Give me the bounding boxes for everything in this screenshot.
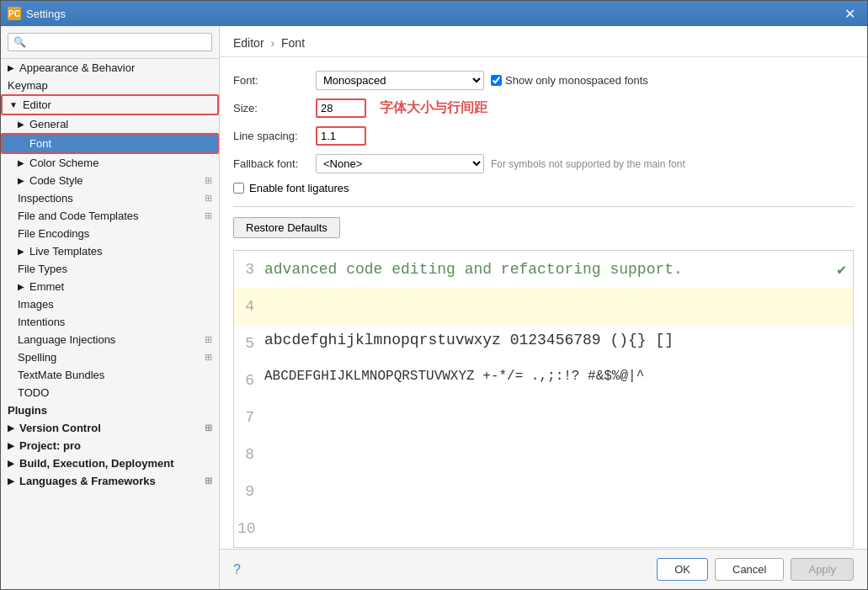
sidebar: ▶ Appearance & Behavior Keymap ▼ Editor … bbox=[1, 26, 220, 589]
fallback-select[interactable]: <None> bbox=[316, 154, 484, 173]
line-number: 10 bbox=[234, 520, 266, 537]
title-bar-left: PC Settings bbox=[8, 7, 66, 20]
expand-arrow: ▶ bbox=[18, 282, 24, 291]
window-title: Settings bbox=[26, 8, 66, 20]
preview-line-7: 7 bbox=[234, 399, 853, 436]
sidebar-item-label: Live Templates bbox=[29, 245, 102, 258]
sidebar-item-label: Version Control bbox=[19, 422, 101, 434]
ligatures-label: Enable font ligatures bbox=[249, 182, 349, 194]
sidebar-item-font[interactable]: Font bbox=[1, 133, 219, 154]
sidebar-item-label: Inspections bbox=[18, 192, 73, 205]
sidebar-item-label: Plugins bbox=[8, 404, 47, 417]
sidebar-item-spelling[interactable]: Spelling ⊞ bbox=[1, 348, 219, 366]
expand-arrow: ▶ bbox=[18, 176, 24, 185]
help-icon[interactable]: ? bbox=[233, 562, 241, 577]
preview-area: 3 advanced code editing and refactoring … bbox=[233, 250, 854, 548]
preview-line-5: 5 abcdefghijklmnopqrstuvwxyz 0123456789 … bbox=[234, 325, 853, 362]
size-row: Size: 字体大小与行间距 bbox=[233, 98, 854, 118]
breadcrumb-sep: › bbox=[270, 36, 274, 50]
line-number: 8 bbox=[234, 446, 264, 463]
sidebar-item-plugins[interactable]: Plugins bbox=[1, 401, 219, 419]
expand-arrow: ▶ bbox=[8, 63, 14, 72]
sidebar-item-label: Editor bbox=[23, 98, 51, 111]
preview-line-9: 9 bbox=[234, 473, 853, 510]
line-content: advanced code editing and refactoring su… bbox=[264, 254, 683, 284]
sidebar-item-general[interactable]: ▶ General bbox=[1, 115, 219, 133]
line-number: 7 bbox=[234, 409, 264, 426]
settings-icon: ⊞ bbox=[205, 175, 212, 186]
fallback-font-row: Fallback font: <None> For symbols not su… bbox=[233, 154, 854, 173]
sidebar-item-label: File Types bbox=[18, 263, 67, 275]
line-number: 4 bbox=[234, 298, 264, 315]
line-number: 5 bbox=[234, 335, 264, 352]
sidebar-item-images[interactable]: Images bbox=[1, 295, 219, 313]
line-number: 3 bbox=[234, 261, 264, 278]
expand-arrow: ▶ bbox=[18, 158, 24, 167]
sidebar-item-intentions[interactable]: Intentions bbox=[1, 313, 219, 331]
line-spacing-input[interactable] bbox=[316, 126, 366, 146]
sidebar-item-label: TextMate Bundles bbox=[18, 369, 104, 381]
ligatures-row: Enable font ligatures bbox=[233, 182, 854, 194]
sidebar-item-label: Language Injections bbox=[18, 333, 115, 346]
content-area: ▶ Appearance & Behavior Keymap ▼ Editor … bbox=[1, 26, 867, 589]
title-bar: PC Settings ✕ bbox=[1, 1, 867, 26]
settings-icon: ⊞ bbox=[205, 476, 212, 486]
show-monospaced-checkbox[interactable] bbox=[491, 75, 502, 86]
sidebar-item-buildexecution[interactable]: ▶ Build, Execution, Deployment bbox=[1, 454, 219, 472]
sidebar-item-languageinjections[interactable]: Language Injections ⊞ bbox=[1, 331, 219, 348]
settings-icon: ⊞ bbox=[205, 193, 212, 204]
sidebar-item-fileencodings[interactable]: File Encodings bbox=[1, 225, 219, 242]
font-label: Font: bbox=[233, 74, 309, 87]
expand-arrow: ▼ bbox=[9, 100, 18, 109]
size-input[interactable] bbox=[316, 98, 366, 118]
sidebar-item-label: Keymap bbox=[8, 79, 48, 92]
sidebar-item-todo[interactable]: TODO bbox=[1, 384, 219, 401]
sidebar-item-projectpro[interactable]: ▶ Project: pro bbox=[1, 437, 219, 454]
font-select[interactable]: Monospaced bbox=[316, 71, 484, 90]
sidebar-item-livetemplates[interactable]: ▶ Live Templates bbox=[1, 242, 219, 260]
annotation-text: 字体大小与行间距 bbox=[380, 99, 487, 117]
expand-arrow: ▶ bbox=[8, 476, 14, 486]
line-content: ABCDEFGHIJKLMNOPQRSTUVWXYZ +-*/= .,;:!? … bbox=[264, 362, 644, 391]
preview-line-8: 8 bbox=[234, 436, 853, 473]
sidebar-item-label: General bbox=[29, 118, 68, 130]
ok-button[interactable]: OK bbox=[657, 558, 708, 581]
sidebar-item-label: Code Style bbox=[29, 174, 83, 187]
sidebar-item-label: Font bbox=[29, 137, 51, 150]
ligatures-checkbox[interactable] bbox=[233, 183, 244, 194]
sidebar-item-appearance[interactable]: ▶ Appearance & Behavior bbox=[1, 59, 219, 77]
sidebar-item-label: Emmet bbox=[29, 280, 64, 293]
sidebar-item-inspections[interactable]: Inspections ⊞ bbox=[1, 189, 219, 207]
sidebar-item-codestyle[interactable]: ▶ Code Style ⊞ bbox=[1, 172, 219, 189]
sidebar-item-label: Build, Execution, Deployment bbox=[19, 457, 173, 470]
sidebar-item-label: Spelling bbox=[18, 351, 56, 364]
sidebar-item-versioncontrol[interactable]: ▶ Version Control ⊞ bbox=[1, 419, 219, 437]
preview-line-6: 6 ABCDEFGHIJKLMNOPQRSTUVWXYZ +-*/= .,;:!… bbox=[234, 362, 853, 399]
sidebar-item-label: Appearance & Behavior bbox=[19, 61, 135, 74]
apply-button: Apply bbox=[791, 558, 854, 581]
sidebar-item-filetypes[interactable]: File Types bbox=[1, 260, 219, 278]
main-panel: Editor › Font Font: Monospaced Show only… bbox=[220, 26, 867, 589]
close-button[interactable]: ✕ bbox=[839, 4, 860, 24]
show-monospaced-label[interactable]: Show only monospaced fonts bbox=[491, 74, 648, 87]
sidebar-item-emmet[interactable]: ▶ Emmet bbox=[1, 278, 219, 295]
sidebar-item-label: Intentions bbox=[18, 316, 65, 328]
fallback-label: Fallback font: bbox=[233, 157, 309, 170]
sidebar-item-editor[interactable]: ▼ Editor bbox=[1, 94, 219, 115]
bottom-bar: ? OK Cancel Apply bbox=[220, 549, 867, 589]
sidebar-item-label: Images bbox=[18, 298, 54, 311]
settings-icon: ⊞ bbox=[205, 352, 212, 363]
cancel-button[interactable]: Cancel bbox=[715, 558, 784, 581]
settings-window: PC Settings ✕ ▶ Appearance & Behavior Ke… bbox=[0, 0, 868, 590]
breadcrumb-editor: Editor bbox=[233, 36, 264, 50]
sidebar-item-filecodetemplates[interactable]: File and Code Templates ⊞ bbox=[1, 207, 219, 225]
search-input[interactable] bbox=[8, 33, 212, 51]
sidebar-item-languagesframeworks[interactable]: ▶ Languages & Frameworks ⊞ bbox=[1, 472, 219, 490]
sidebar-item-textmatebundles[interactable]: TextMate Bundles bbox=[1, 366, 219, 384]
sidebar-item-colorscheme[interactable]: ▶ Color Scheme bbox=[1, 154, 219, 172]
line-number: 9 bbox=[234, 483, 264, 500]
restore-defaults-button[interactable]: Restore Defaults bbox=[233, 217, 340, 238]
sidebar-item-keymap[interactable]: Keymap bbox=[1, 77, 219, 94]
breadcrumb-font: Font bbox=[281, 36, 305, 50]
sidebar-item-label: File and Code Templates bbox=[18, 210, 139, 222]
